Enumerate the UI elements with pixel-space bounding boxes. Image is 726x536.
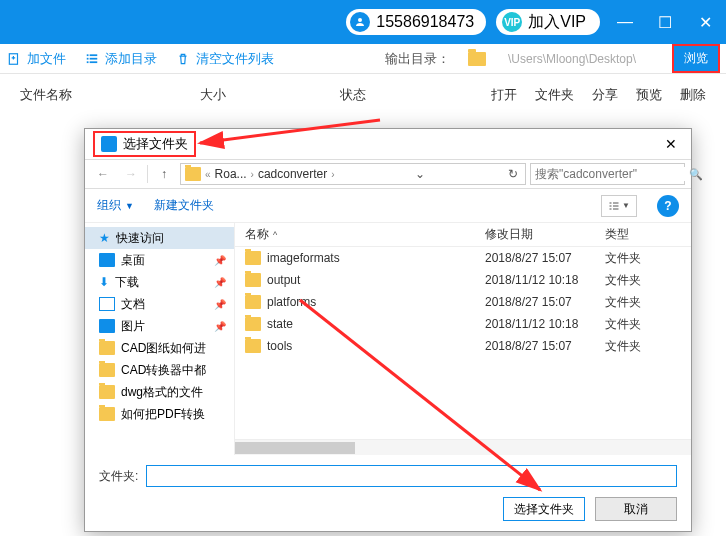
trash-icon xyxy=(175,51,191,67)
account-pill[interactable]: 15586918473 xyxy=(346,9,486,35)
search-icon: 🔍 xyxy=(689,168,703,181)
add-file-label: 加文件 xyxy=(27,50,66,68)
file-list-area: 名称^ 修改日期 类型 imageformats 2018/8/27 15:07… xyxy=(235,223,691,455)
scrollbar-thumb[interactable] xyxy=(235,442,355,454)
col-preview: 预览 xyxy=(636,86,662,104)
desktop-icon xyxy=(99,253,115,267)
col-size: 大小 xyxy=(200,86,340,104)
download-icon: ⬇ xyxy=(99,275,109,289)
folder-field-label: 文件夹: xyxy=(99,468,138,485)
document-icon xyxy=(99,297,115,311)
vip-button[interactable]: VIP 加入VIP xyxy=(496,9,600,35)
tree-item[interactable]: dwg格式的文件 xyxy=(85,381,234,403)
vip-icon: VIP xyxy=(502,12,522,32)
horizontal-scrollbar[interactable] xyxy=(235,439,691,455)
add-dir-button[interactable]: 添加目录 xyxy=(84,50,157,68)
clear-list-button[interactable]: 清空文件列表 xyxy=(175,50,274,68)
minimize-button[interactable]: — xyxy=(610,7,640,37)
folder-icon xyxy=(99,341,115,355)
col-header-date[interactable]: 修改日期 xyxy=(485,226,605,243)
svg-point-0 xyxy=(358,18,362,22)
nav-forward-button[interactable]: → xyxy=(119,162,143,186)
col-header-type[interactable]: 类型 xyxy=(605,226,681,243)
chevron-right-icon: › xyxy=(251,169,254,180)
tree-pictures[interactable]: 图片 📌 xyxy=(85,315,234,337)
tree-item[interactable]: 如何把PDF转换 xyxy=(85,403,234,425)
select-folder-button[interactable]: 选择文件夹 xyxy=(503,497,585,521)
pin-icon: 📌 xyxy=(214,299,226,310)
folder-icon xyxy=(245,295,261,309)
list-header: 文件名称 大小 状态 打开 文件夹 分享 预览 删除 xyxy=(0,74,726,116)
dialog-nav: ← → ↑ « Roa... › cadconverter › ⌄ ↻ 🔍 xyxy=(85,159,691,189)
phone-number: 15586918473 xyxy=(376,13,474,31)
folder-icon xyxy=(245,251,261,265)
tree-desktop[interactable]: 桌面 📌 xyxy=(85,249,234,271)
folder-icon xyxy=(245,273,261,287)
col-filename: 文件名称 xyxy=(20,86,200,104)
folder-icon xyxy=(99,363,115,377)
file-list-header: 名称^ 修改日期 类型 xyxy=(235,223,691,247)
tree-item[interactable]: CAD图纸如何进 xyxy=(85,337,234,359)
folder-icon xyxy=(245,339,261,353)
col-header-name[interactable]: 名称^ xyxy=(245,226,485,243)
col-folder: 文件夹 xyxy=(535,86,574,104)
chevron-right-icon: › xyxy=(331,169,334,180)
chevron-down-icon: ▼ xyxy=(622,201,630,210)
folder-icon xyxy=(99,385,115,399)
tree-quick-access[interactable]: ★ 快速访问 xyxy=(85,227,234,249)
avatar-icon xyxy=(350,12,370,32)
maximize-button[interactable]: ☐ xyxy=(650,7,680,37)
breadcrumb[interactable]: cadconverter xyxy=(258,167,327,181)
dialog-titlebar: 选择文件夹 ✕ xyxy=(85,129,691,159)
tree-item[interactable]: CAD转换器中都 xyxy=(85,359,234,381)
file-row[interactable]: state 2018/11/12 10:18 文件夹 xyxy=(235,313,691,335)
dialog-close-button[interactable]: ✕ xyxy=(659,136,683,152)
file-row[interactable]: platforms 2018/8/27 15:07 文件夹 xyxy=(235,291,691,313)
col-status: 状态 xyxy=(340,86,490,104)
refresh-button[interactable]: ↻ xyxy=(505,167,521,181)
browse-button[interactable]: 浏览 xyxy=(672,44,720,73)
tree-documents[interactable]: 文档 📌 xyxy=(85,293,234,315)
nav-up-button[interactable]: ↑ xyxy=(152,162,176,186)
nav-back-button[interactable]: ← xyxy=(91,162,115,186)
file-row[interactable]: output 2018/11/12 10:18 文件夹 xyxy=(235,269,691,291)
output-path: \Users\Mloong\Desktop\ xyxy=(504,52,654,66)
view-mode-button[interactable]: ▼ xyxy=(601,195,637,217)
main-toolbar: 加文件 添加目录 清空文件列表 输出目录： \Users\Mloong\Desk… xyxy=(0,44,726,74)
titlebar: 15586918473 VIP 加入VIP — ☐ ✕ xyxy=(0,0,726,44)
folder-icon xyxy=(185,167,201,181)
vip-label: 加入VIP xyxy=(528,12,586,33)
dialog-title: 选择文件夹 xyxy=(123,135,188,153)
pin-icon: 📌 xyxy=(214,277,226,288)
search-input[interactable] xyxy=(535,167,685,181)
help-button[interactable]: ? xyxy=(657,195,679,217)
folder-picker-dialog: 选择文件夹 ✕ ← → ↑ « Roa... › cadconverter › … xyxy=(84,128,692,532)
breadcrumb[interactable]: Roa... xyxy=(215,167,247,181)
add-dir-label: 添加目录 xyxy=(105,50,157,68)
svg-rect-6 xyxy=(87,61,89,63)
file-list: imageformats 2018/8/27 15:07 文件夹 output … xyxy=(235,247,691,439)
folder-icon xyxy=(468,52,486,66)
add-file-button[interactable]: 加文件 xyxy=(6,50,66,68)
address-bar[interactable]: « Roa... › cadconverter › ⌄ ↻ xyxy=(180,163,526,185)
cancel-button[interactable]: 取消 xyxy=(595,497,677,521)
col-open: 打开 xyxy=(491,86,517,104)
file-row[interactable]: imageformats 2018/8/27 15:07 文件夹 xyxy=(235,247,691,269)
close-button[interactable]: ✕ xyxy=(690,7,720,37)
address-dropdown[interactable]: ⌄ xyxy=(412,167,428,181)
clear-list-label: 清空文件列表 xyxy=(196,50,274,68)
col-share: 分享 xyxy=(592,86,618,104)
dialog-footer: 文件夹: xyxy=(85,455,691,487)
pin-icon: 📌 xyxy=(214,255,226,266)
dialog-toolbar: 组织 ▼ 新建文件夹 ▼ ? xyxy=(85,189,691,223)
new-folder-button[interactable]: 新建文件夹 xyxy=(154,197,214,214)
output-dir-label: 输出目录： xyxy=(385,50,450,68)
file-row[interactable]: tools 2018/8/27 15:07 文件夹 xyxy=(235,335,691,357)
svg-rect-7 xyxy=(90,61,98,63)
svg-rect-5 xyxy=(90,57,98,59)
tree-downloads[interactable]: ⬇ 下载 📌 xyxy=(85,271,234,293)
folder-icon xyxy=(99,407,115,421)
folder-name-input[interactable] xyxy=(146,465,677,487)
search-bar[interactable]: 🔍 xyxy=(530,163,685,185)
organize-button[interactable]: 组织 ▼ xyxy=(97,197,134,214)
